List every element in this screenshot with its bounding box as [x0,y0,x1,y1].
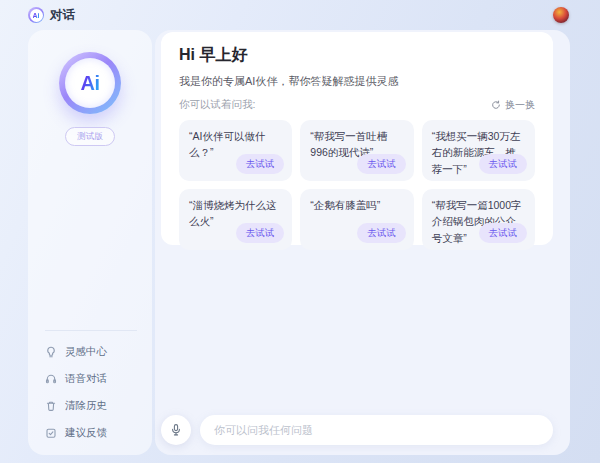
trash-icon [45,400,57,412]
mic-button[interactable] [161,415,191,445]
suggestion-text: “企鹅有膝盖吗” [310,199,380,211]
app-logo[interactable]: Ai 对话 [28,7,75,24]
main-panel: Hi 早上好 我是你的专属AI伙伴，帮你答疑解惑提供灵感 你可以试着问我: 换一… [155,30,570,455]
ai-logo-mini-text: Ai [33,12,40,19]
try-button[interactable]: 去试试 [479,223,528,243]
top-bar: Ai 对话 [0,0,600,30]
ai-logo-icon: Ai [28,7,44,23]
app-title: 对话 [50,7,75,24]
ai-logo-inner: Ai [65,58,115,108]
refresh-label: 换一换 [505,98,535,112]
try-button[interactable]: 去试试 [479,154,528,174]
beta-badge: 测试版 [65,127,115,146]
try-button[interactable]: 去试试 [357,154,406,174]
user-avatar[interactable] [553,7,569,23]
sidebar-item-clear-history[interactable]: 清除历史 [45,392,152,419]
feedback-icon [45,427,57,439]
ai-assistant-logo: Ai [59,52,121,114]
sidebar-item-label: 清除历史 [65,399,107,413]
app-window: Ai 对话 Ai 测试版 灵感中心 [0,0,600,463]
refresh-icon [491,100,501,110]
suggestion-header-row: 你可以试着问我: 换一换 [179,98,535,112]
suggestion-card[interactable]: “帮我写一首吐槽996的现代诗” 去试试 [300,120,413,181]
suggestion-card[interactable]: “我想买一辆30万左右的新能源车，推荐一下” 去试试 [422,120,535,181]
greeting-subtitle: 我是你的专属AI伙伴，帮你答疑解惑提供灵感 [179,74,535,89]
headset-icon [45,373,57,385]
sidebar-item-label: 语音对话 [65,372,107,386]
chat-input[interactable] [200,415,553,445]
sidebar-item-voice-chat[interactable]: 语音对话 [45,365,152,392]
try-button[interactable]: 去试试 [236,154,285,174]
ai-logo-text: Ai [81,72,100,95]
try-button[interactable]: 去试试 [357,223,406,243]
sidebar-item-label: 灵感中心 [65,345,107,359]
refresh-suggestions-button[interactable]: 换一换 [491,98,535,112]
sidebar-item-feedback[interactable]: 建议反馈 [45,419,152,446]
sidebar-divider [45,330,137,331]
suggestion-card[interactable]: “帮我写一篇1000字介绍锅包肉的公众号文章” 去试试 [422,189,535,250]
chat-input-row [161,415,553,445]
greeting-card: Hi 早上好 我是你的专属AI伙伴，帮你答疑解惑提供灵感 你可以试着问我: 换一… [161,32,553,245]
suggestion-grid: “AI伙伴可以做什么？” 去试试 “帮我写一首吐槽996的现代诗” 去试试 “我… [179,120,535,250]
suggestion-card[interactable]: “AI伙伴可以做什么？” 去试试 [179,120,292,181]
greeting-title: Hi 早上好 [179,45,535,66]
prompt-hint: 你可以试着问我: [179,98,255,112]
try-button[interactable]: 去试试 [236,223,285,243]
suggestion-card[interactable]: “企鹅有膝盖吗” 去试试 [300,189,413,250]
microphone-icon [169,423,183,437]
lightbulb-icon [45,346,57,358]
sidebar-nav: 灵感中心 语音对话 清除历史 [28,330,152,455]
sidebar-item-inspiration[interactable]: 灵感中心 [45,338,152,365]
suggestion-card[interactable]: “淄博烧烤为什么这么火” 去试试 [179,189,292,250]
sidebar-item-label: 建议反馈 [65,426,107,440]
sidebar: Ai 测试版 灵感中心 语音对话 [28,30,152,455]
